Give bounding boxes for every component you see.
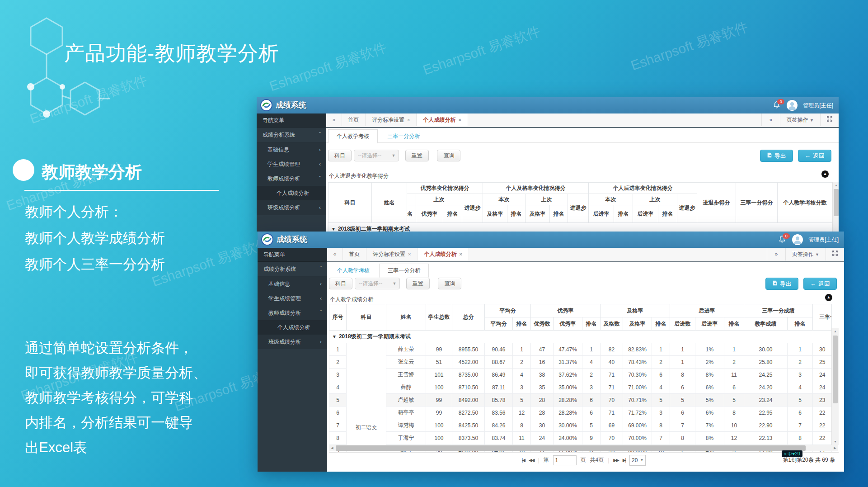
maximize-icon[interactable] — [820, 113, 839, 126]
col-rank: 排名 — [788, 317, 813, 331]
scroll-right-icon[interactable]: ▶ — [832, 445, 838, 451]
cell: 3 — [582, 381, 601, 394]
close-icon[interactable]: × — [459, 251, 462, 257]
sidebar-item-analysis-system[interactable]: 成绩分析系统ˇ — [257, 128, 326, 142]
vertical-scrollbar[interactable]: ▲ — [832, 182, 839, 232]
col-rank: 排名 — [658, 205, 677, 223]
tab-home[interactable]: 首页 — [343, 248, 366, 260]
query-button[interactable]: 查询 — [438, 278, 461, 289]
app-logo-icon — [261, 233, 273, 246]
cell: 5 — [788, 394, 813, 407]
sidebar-item-teacher-analysis[interactable]: 教师成绩分析ˇ — [258, 306, 327, 320]
cell: 8955.50 — [452, 343, 485, 356]
table-row[interactable]: 4薛静1008710.5087.1133535.00%37171.00%466%… — [329, 381, 832, 394]
brand-name: 成绩系统 — [277, 234, 307, 245]
scrollbar-thumb[interactable] — [833, 336, 838, 403]
user-name[interactable]: 管理员[主任] — [808, 236, 839, 244]
scroll-up-icon[interactable]: ▲ — [832, 328, 839, 335]
caret-down-icon: ▼ — [640, 458, 643, 462]
tab-scroll-right-icon[interactable]: » — [767, 248, 785, 260]
paragraph-line: 内排名，分析结果可一键导 — [25, 410, 207, 435]
subject-select[interactable]: --请选择--▼ — [354, 150, 399, 161]
sidebar-item-personal-analysis[interactable]: 个人成绩分析 — [258, 320, 327, 335]
sidebar-item-student-scores[interactable]: 学生成绩管理‹ — [257, 157, 326, 171]
tab-home[interactable]: 首页 — [342, 113, 366, 126]
cell: 24.20 — [744, 381, 788, 394]
scroll-left-icon[interactable]: ◀ — [329, 445, 335, 451]
subtab-personal-assessment[interactable]: 个人教学考核 — [328, 129, 378, 143]
sidebar-item-personal-analysis[interactable]: 个人成绩分析 — [257, 186, 326, 200]
subject-select[interactable]: --请选择--▼ — [355, 278, 400, 289]
header-right: 0 管理员[主任] — [779, 232, 839, 248]
tab-scoring-standard[interactable]: 评分标准设置× — [366, 113, 417, 126]
table-row[interactable]: 2张立云514522.0088.6721631.37%44078.43%212%… — [329, 356, 832, 369]
tab-scroll-left-icon[interactable]: « — [326, 113, 342, 126]
export-button[interactable]: 导出 — [765, 278, 798, 290]
subtab-personal-assessment[interactable]: 个人教学考核 — [329, 264, 378, 277]
tab-operations-dropdown[interactable]: 页签操作 ▼ — [780, 113, 820, 126]
panel-collapse-icon[interactable]: ▲ — [825, 294, 832, 301]
subtab-three-rates[interactable]: 三率一分分析 — [379, 130, 428, 143]
last-page-icon[interactable]: ▶| — [623, 458, 625, 463]
cell: 30 — [531, 419, 554, 432]
scrollbar-thumb[interactable] — [834, 189, 839, 216]
scroll-down-icon[interactable]: ▼ — [832, 439, 839, 445]
tab-personal-score-analysis[interactable]: 个人成绩分析× — [417, 113, 468, 126]
query-button[interactable]: 查询 — [437, 150, 460, 161]
sidebar-item-teacher-analysis[interactable]: 教师成绩分析ˇ — [257, 171, 326, 186]
cell: 1 — [513, 343, 531, 356]
avatar[interactable] — [792, 234, 803, 245]
page-number-input[interactable] — [553, 455, 577, 465]
notification-bell-icon[interactable]: 0 — [773, 101, 781, 110]
avatar[interactable] — [787, 100, 798, 111]
sidebar-item-class-analysis[interactable]: 班级成绩分析‹ — [258, 335, 327, 349]
subtab-three-rates[interactable]: 三率一分分析 — [379, 264, 429, 278]
reset-button[interactable]: 重置 — [405, 150, 429, 161]
tab-scroll-left-icon[interactable]: « — [327, 248, 343, 260]
sidebar-item-class-analysis[interactable]: 班级成绩分析‹ — [257, 200, 326, 215]
vertical-scrollbar[interactable]: ▲ ▼ — [831, 328, 839, 445]
close-icon[interactable]: × — [458, 117, 461, 123]
tab-scroll-right-icon[interactable]: » — [761, 113, 780, 126]
cell: 8425.50 — [452, 419, 485, 432]
table-row[interactable]: 6籍亭亭998272.5083.56122828.28%67171.72%366… — [329, 407, 832, 419]
tab-operations-dropdown[interactable]: 页签操作 ▼ — [785, 248, 826, 260]
close-icon[interactable]: × — [407, 117, 410, 123]
sidebar-item-analysis-system[interactable]: 成绩分析系统ˇ — [258, 262, 327, 277]
sidebar-item-basic-info[interactable]: 基础信息‹ — [258, 277, 327, 291]
sidebar-item-basic-info[interactable]: 基础信息‹ — [257, 142, 326, 157]
maximize-icon[interactable] — [826, 248, 844, 260]
table-row[interactable]: 1初二语文薛玉荣998955.5090.4614747.47%18282.83%… — [329, 343, 832, 356]
close-icon[interactable]: × — [408, 251, 411, 257]
table-row[interactable]: 7谭秀梅1008425.5084.2683030.00%56969.00%877… — [329, 419, 832, 432]
export-button[interactable]: 导出 — [760, 150, 793, 162]
page-size-select[interactable]: 20▼ — [629, 455, 646, 466]
group-row[interactable]: ▼2018级初二第一学期期末考试 — [328, 223, 833, 232]
scroll-up-icon[interactable]: ▲ — [833, 182, 839, 189]
first-page-icon[interactable]: |◀ — [522, 458, 525, 463]
panel-collapse-icon[interactable]: ▲ — [821, 170, 829, 178]
sidebar-nav-title: 导航菜单 — [258, 248, 327, 262]
capture-watermark-badge: ≈ 中♥20 — [782, 450, 802, 457]
back-button[interactable]: ←返回 — [798, 150, 831, 162]
notification-bell-icon[interactable]: 0 — [779, 235, 787, 244]
group-row[interactable]: ▼2018级初二第一学期期末考试 — [329, 331, 832, 343]
cell: 28.28% — [554, 407, 582, 419]
sidebar-item-student-scores[interactable]: 学生成绩管理‹ — [258, 291, 327, 306]
user-name[interactable]: 管理员[主任] — [803, 102, 833, 109]
col-excellent-rate: 优秀率 — [554, 317, 582, 331]
prev-page-icon[interactable]: ◀◀ — [529, 458, 534, 463]
table-row[interactable]: 5卢超敏998492.0085.7852828.28%67070.71%555%… — [329, 394, 832, 407]
tab-scoring-standard[interactable]: 评分标准设置× — [366, 248, 418, 260]
table-row[interactable]: 3王雪娇1018735.0086.4943837.62%27170.30%688… — [329, 369, 832, 381]
back-button[interactable]: ←返回 — [803, 278, 837, 290]
cell: 69 — [601, 419, 623, 432]
scrollbar-thumb[interactable] — [336, 445, 806, 451]
chevron-left-icon: ‹ — [320, 335, 322, 349]
tab-personal-score-analysis[interactable]: 个人成绩分析× — [418, 248, 469, 260]
next-page-icon[interactable]: ▶▶ — [613, 458, 618, 463]
horizontal-scrollbar[interactable]: ◀ ▶ — [329, 445, 838, 451]
cell: 2 — [582, 369, 601, 381]
table-row[interactable]: 8于海宁1008373.5083.74112424.00%97070.00%78… — [329, 432, 832, 444]
reset-button[interactable]: 重置 — [406, 278, 430, 289]
